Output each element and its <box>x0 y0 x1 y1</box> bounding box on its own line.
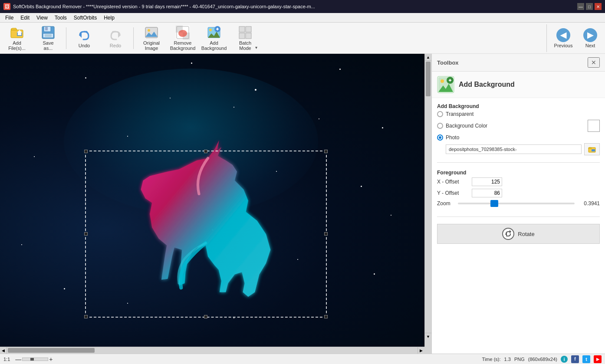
scrollbar-horizontal[interactable]: ◀ ▶ <box>0 347 424 354</box>
folder-icon <box>10 26 24 39</box>
zoom-slider-track <box>458 200 575 207</box>
add-files-button[interactable]: Add File(s)... <box>2 24 32 52</box>
time-value: 1.3 <box>504 357 511 362</box>
add-background-label: Add Background <box>201 40 227 51</box>
menu-edit[interactable]: Edit <box>17 14 33 22</box>
panel-title: Add Background <box>459 81 515 89</box>
transparent-radio[interactable] <box>437 111 443 117</box>
unicorn-image <box>93 136 322 306</box>
close-button[interactable]: ✕ <box>595 3 602 10</box>
twitter-icon[interactable]: t <box>582 355 590 363</box>
star <box>85 77 86 79</box>
menu-help[interactable]: Help <box>100 14 118 22</box>
background-color-radio[interactable] <box>437 123 443 129</box>
zoom-row: Zoom 0.3941 <box>437 200 600 207</box>
original-image-button[interactable]: Original Image <box>136 24 167 52</box>
zoom-slider-status-thumb <box>30 358 34 361</box>
star <box>319 118 319 119</box>
transparent-label[interactable]: Transparent <box>446 111 473 117</box>
remove-background-button[interactable]: Remove Background <box>168 24 198 52</box>
divider-2 <box>437 216 600 217</box>
batch-mode-label: Batch Mode <box>239 40 251 51</box>
zoom-out-button[interactable]: — <box>15 356 21 363</box>
next-button[interactable]: ▶ Next <box>577 24 603 52</box>
format-label: PNG <box>514 357 525 362</box>
svg-point-23 <box>209 29 212 31</box>
undo-button[interactable]: Undo <box>69 24 99 52</box>
star <box>64 288 65 289</box>
zoom-controls[interactable]: — + <box>15 356 53 363</box>
menu-file[interactable]: File <box>2 14 17 22</box>
facebook-icon[interactable]: f <box>571 355 579 363</box>
x-offset-row: X - Offset <box>437 177 600 186</box>
youtube-icon[interactable]: ▶ <box>594 355 602 363</box>
y-offset-input[interactable] <box>472 189 502 197</box>
scrollbar-horizontal-thumb[interactable] <box>8 348 95 353</box>
menu-bar: File Edit View Tools SoftOrbits Help <box>0 13 605 23</box>
minimize-button[interactable]: — <box>577 3 584 10</box>
photo-label[interactable]: Photo <box>446 134 459 141</box>
redo-button[interactable]: Redo <box>100 24 131 52</box>
zoom-level: 1:1 <box>3 357 10 362</box>
zoom-slider-thumb[interactable] <box>490 200 498 207</box>
toolbox-title: Toolbox <box>437 59 459 66</box>
scroll-up-button[interactable]: ▲ <box>425 54 431 61</box>
svg-rect-26 <box>217 28 218 30</box>
photo-radio[interactable] <box>437 134 443 141</box>
star <box>255 89 256 91</box>
background-color-label[interactable]: Background Color <box>446 123 487 129</box>
original-image-icon <box>145 26 158 39</box>
window-title: SoftOrbits Background Remover - ****Unre… <box>13 4 315 9</box>
panel-icon <box>437 76 454 93</box>
separator-2 <box>133 27 134 49</box>
menu-tools[interactable]: Tools <box>51 14 70 22</box>
y-offset-row: Y - Offset <box>437 189 600 197</box>
foreground-section-label: Foreground <box>437 170 600 176</box>
undo-icon <box>77 28 91 42</box>
maximize-button[interactable]: □ <box>586 3 593 10</box>
toolbox-header: Toolbox ✕ <box>432 54 605 72</box>
svg-marker-40 <box>510 230 511 233</box>
scrollbar-vertical[interactable]: ▲ ▼ <box>424 54 431 347</box>
next-icon: ▶ <box>583 28 597 42</box>
toolbar: Add File(s)... Save as... Undo <box>0 23 605 54</box>
scrollbar-vertical-thumb[interactable] <box>426 62 431 96</box>
add-background-icon <box>207 26 221 39</box>
info-icon[interactable]: i <box>561 356 568 363</box>
canvas[interactable] <box>0 54 424 347</box>
rotate-label: Rotate <box>518 231 534 237</box>
time-label: Time (s): <box>482 357 501 362</box>
zoom-slider-status[interactable] <box>22 357 48 361</box>
panel-title-row: Add Background <box>432 72 605 98</box>
star <box>233 107 234 108</box>
scroll-left-button[interactable]: ◀ <box>0 347 7 354</box>
zoom-in-button[interactable]: + <box>49 356 53 363</box>
scroll-down-button[interactable]: ▼ <box>425 333 431 340</box>
color-swatch[interactable] <box>588 120 600 132</box>
toolbar-nav: ◀ Previous ▶ Next <box>546 24 603 52</box>
window-controls[interactable]: — □ ✕ <box>577 3 602 10</box>
rotate-button[interactable]: Rotate <box>437 224 600 244</box>
menu-view[interactable]: View <box>33 14 51 22</box>
toolbox-close-button[interactable]: ✕ <box>588 57 600 68</box>
redo-icon <box>109 28 122 42</box>
batch-mode-button[interactable]: Batch Mode ▾ <box>230 24 260 52</box>
svg-point-12 <box>148 29 150 32</box>
svg-rect-6 <box>45 27 48 30</box>
x-offset-input[interactable] <box>472 177 502 186</box>
batch-mode-icon <box>238 26 252 39</box>
photo-path-input[interactable] <box>446 144 582 154</box>
undo-label: Undo <box>79 43 90 48</box>
menu-softorbits[interactable]: SoftOrbits <box>70 14 100 22</box>
y-offset-label: Y - Offset <box>437 190 472 196</box>
scroll-right-button[interactable]: ▶ <box>418 347 424 354</box>
next-label: Next <box>585 43 595 48</box>
remove-background-label: Remove Background <box>170 40 196 51</box>
svg-rect-30 <box>246 33 251 39</box>
save-as-button[interactable]: Save as... <box>33 24 63 52</box>
add-background-button[interactable]: Add Background <box>199 24 229 52</box>
zoom-indicator: 1:1 <box>3 357 10 362</box>
zoom-value-display: 0.3941 <box>578 200 600 207</box>
browse-button[interactable] <box>584 143 600 155</box>
previous-button[interactable]: ◀ Previous <box>550 24 576 52</box>
